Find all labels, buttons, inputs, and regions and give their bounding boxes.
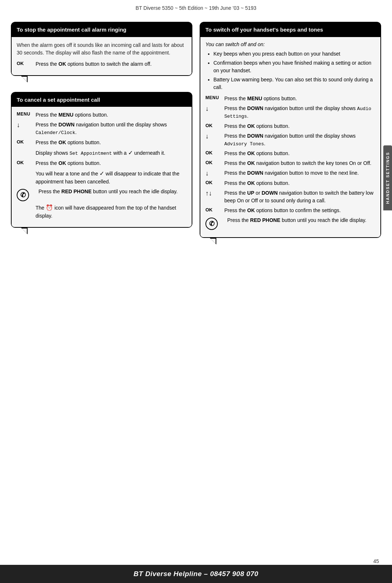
beeps-step-down2-text: Press the DOWN navigation button until t… <box>224 132 375 148</box>
beeps-step-redphone-text: Press the RED PHONE button until you rea… <box>227 216 375 224</box>
beeps-step-ok5-text: Press the OK options button to confirm t… <box>224 207 375 214</box>
cancel-step-down1: ↓ Press the DOWN navigation button until… <box>17 121 187 137</box>
cancel-step-display: Display shows Set Appointment with a ✓ u… <box>17 149 187 157</box>
red-phone-icon: ✆ <box>17 189 29 201</box>
bubble-tail-inner-2 <box>22 228 27 234</box>
beeps-step-menu: MENU Press the MENU options button. <box>205 95 375 102</box>
cancel-step-tone-text: You will hear a tone and the ✓ will disa… <box>36 169 187 186</box>
cancel-step-clock-text: The ⏰ icon will have disappeared from th… <box>36 203 187 220</box>
sidebar-tab: HANDSET SETTINGS <box>383 145 392 210</box>
stop-alarm-intro: When the alarm goes off it sounds like a… <box>17 41 187 57</box>
beeps-step-updown-text: Press the UP or DOWN navigation button t… <box>224 189 375 205</box>
bullet-2: Confirmation beeps when you have finishe… <box>213 59 375 74</box>
key-down-r1: ↓ <box>205 105 224 113</box>
beeps-step-down3-text: Press the DOWN navigation button to move… <box>224 169 375 177</box>
beeps-step-down2: ↓ Press the DOWN navigation button until… <box>205 132 375 148</box>
stop-alarm-body: When the alarm goes off it sounds like a… <box>12 37 192 75</box>
key-blank-2 <box>17 169 36 170</box>
key-ok-r5: OK <box>205 207 224 212</box>
italic-intro: You can switch off and on: <box>205 41 375 47</box>
cancel-step-ok2-text: Press the OK options button. <box>36 159 187 167</box>
key-down-r3: ↓ <box>205 169 224 177</box>
beeps-step-redphone: ✆ Press the RED PHONE button until you r… <box>205 216 375 230</box>
beeps-step-ok2-text: Press the OK options button. <box>224 150 375 157</box>
footer-bar: BT Diverse Helpline – 08457 908 070 <box>0 565 392 583</box>
beeps-tones-body: You can switch off and on: Key beeps whe… <box>200 37 380 238</box>
key-blank-3 <box>17 203 36 204</box>
cancel-step-menu: MENU Press the MENU options button. <box>17 111 187 119</box>
key-ok-r2: OK <box>205 150 224 155</box>
right-column: To switch off your handset's beeps and t… <box>200 22 381 244</box>
section-cancel-appointment: To cancel a set appointment call MENU Pr… <box>11 92 192 234</box>
key-ok-2: OK <box>17 139 36 145</box>
cancel-step-display-text: Display shows Set Appointment with a ✓ u… <box>36 149 187 157</box>
bubble-tail-inner-3 <box>211 239 216 244</box>
beeps-step-ok1: OK Press the OK options button. <box>205 122 375 130</box>
beeps-step-ok2: OK Press the OK options button. <box>205 150 375 157</box>
red-phone-icon-r: ✆ <box>205 218 218 230</box>
cancel-appointment-box: To cancel a set appointment call MENU Pr… <box>11 92 192 228</box>
stop-alarm-box: To stop the appointment call alarm ringi… <box>11 22 192 76</box>
bullet-1: Key beeps when you press each button on … <box>213 50 375 58</box>
beeps-step-down1: ↓ Press the DOWN navigation button until… <box>205 105 375 120</box>
left-column: To stop the appointment call alarm ringi… <box>11 22 192 244</box>
key-blank <box>17 149 36 149</box>
cancel-step-ok2: OK Press the OK options button. <box>17 159 187 167</box>
cancel-step-ok1-text: Press the OK options button. <box>36 139 187 146</box>
cancel-appointment-title: To cancel a set appointment call <box>12 93 192 107</box>
key-menu: MENU <box>17 111 36 117</box>
beeps-step-down3: ↓ Press the DOWN navigation button to mo… <box>205 169 375 177</box>
cancel-step-clock: The ⏰ icon will have disappeared from th… <box>17 203 187 220</box>
bullet-3: Battery Low warning beep. You can also s… <box>213 76 375 91</box>
step-ok-stop: OK Press the OK options button to switch… <box>17 60 187 68</box>
page-header: BT Diverse 5350 ~ 5th Edition ~ 19th Jun… <box>0 0 392 15</box>
cancel-step-redphone-text: Press the RED PHONE button until you rea… <box>38 188 187 195</box>
key-menu-r: MENU <box>205 95 224 100</box>
cancel-appointment-body: MENU Press the MENU options button. ↓ Pr… <box>12 107 192 227</box>
beeps-step-ok5: OK Press the OK options button to confir… <box>205 207 375 214</box>
beeps-step-ok1-text: Press the OK options button. <box>224 122 375 130</box>
key-updown-r: ↑↓ <box>205 189 224 197</box>
stop-alarm-title: To stop the appointment call alarm ringi… <box>12 23 192 37</box>
clock-icon: ⏰ <box>46 203 53 212</box>
key-redphone: ✆ <box>17 188 36 201</box>
cancel-step-menu-text: Press the MENU options button. <box>36 111 187 119</box>
key-ok-3: OK <box>17 159 36 165</box>
cancel-step-ok1: OK Press the OK options button. <box>17 139 187 146</box>
bubble-tail-inner-1 <box>22 77 27 82</box>
cancel-step-redphone: ✆ Press the RED PHONE button until you r… <box>17 188 187 201</box>
key-ok-r4: OK <box>205 179 224 185</box>
beeps-step-ok4: OK Press the OK options button. <box>205 179 375 187</box>
page-number: 45 <box>373 558 379 564</box>
beeps-step-updown: ↑↓ Press the UP or DOWN navigation butto… <box>205 189 375 205</box>
key-ok-r3: OK <box>205 159 224 165</box>
key-redphone-r: ✆ <box>205 216 224 230</box>
key-down-arrow: ↓ <box>17 121 36 129</box>
cancel-step-tone: You will hear a tone and the ✓ will disa… <box>17 169 187 186</box>
step-ok-stop-text: Press the OK options button to switch th… <box>36 60 187 68</box>
beeps-step-ok4-text: Press the OK options button. <box>224 179 375 187</box>
beeps-tones-title: To switch off your handset's beeps and t… <box>200 23 380 37</box>
beeps-step-ok3-text: Press the OK navigation button to switch… <box>224 159 375 167</box>
cancel-step-down1-text: Press the DOWN navigation button until t… <box>36 121 187 137</box>
key-ok-r1: OK <box>205 122 224 128</box>
section-stop-alarm: To stop the appointment call alarm ringi… <box>11 22 192 82</box>
beeps-step-menu-text: Press the MENU options button. <box>224 95 375 102</box>
key-ok: OK <box>17 60 36 66</box>
beeps-tones-box: To switch off your handset's beeps and t… <box>200 22 381 238</box>
beeps-step-down1-text: Press the DOWN navigation button until t… <box>224 105 375 120</box>
bullet-list: Key beeps when you press each button on … <box>213 50 375 91</box>
key-down-r2: ↓ <box>205 132 224 140</box>
beeps-step-ok3: OK Press the OK navigation button to swi… <box>205 159 375 167</box>
